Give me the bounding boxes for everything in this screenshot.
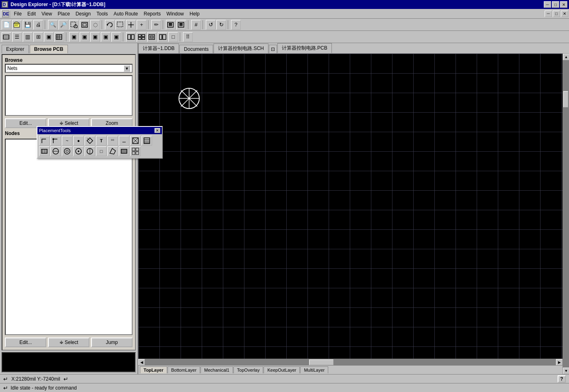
app-menu-icon[interactable]: DE bbox=[1, 10, 11, 18]
pt-btn-cross[interactable] bbox=[130, 136, 141, 146]
pt-btn-via[interactable] bbox=[85, 136, 95, 146]
layer-tab-overlay[interactable]: TopOverlay bbox=[233, 366, 264, 373]
layer-tab-mech[interactable]: Mechanical1 bbox=[201, 366, 233, 373]
menu-tools[interactable]: Tools bbox=[94, 10, 110, 17]
menubar-max-btn[interactable]: □ bbox=[553, 11, 560, 17]
tb-save[interactable]: 💾 bbox=[23, 20, 33, 30]
tab-explorer[interactable]: Explorer bbox=[2, 45, 29, 53]
pt-btn-poly[interactable] bbox=[107, 146, 118, 156]
doc-tab-pcb[interactable]: 计算器控制电路.PCB bbox=[277, 43, 332, 53]
pt-btn-circle3[interactable] bbox=[73, 146, 84, 156]
nets-dropdown[interactable]: Nets ▼ bbox=[5, 64, 133, 73]
layer-tab-top[interactable]: TopLayer bbox=[140, 366, 167, 373]
menu-place[interactable]: Place bbox=[55, 10, 72, 17]
v-scroll-thumb[interactable] bbox=[563, 91, 568, 107]
pt-close-btn[interactable]: ✕ bbox=[155, 128, 160, 133]
title-close-btn[interactable]: ✕ bbox=[560, 1, 567, 8]
menu-design[interactable]: Design bbox=[73, 10, 93, 17]
title-min-btn[interactable]: ─ bbox=[544, 1, 551, 8]
tb2-2[interactable]: ☰ bbox=[12, 32, 22, 42]
nodes-jump-btn[interactable]: Jump bbox=[91, 338, 133, 347]
tb2-9[interactable]: ▣ bbox=[90, 32, 100, 42]
menu-autoroute[interactable]: Auto Route bbox=[111, 10, 140, 17]
tb2-4[interactable]: ⊞ bbox=[33, 32, 43, 42]
tb-zoom-out[interactable]: 🔎 bbox=[59, 20, 68, 30]
pt-btn-line2[interactable]: ⚊ bbox=[119, 136, 129, 146]
tb-new[interactable]: 📄 bbox=[2, 20, 11, 30]
pt-btn-arc1[interactable] bbox=[39, 136, 50, 146]
tb-open[interactable] bbox=[12, 20, 22, 30]
layer-tab-multi[interactable]: MultiLayer bbox=[300, 366, 328, 373]
tb2-12[interactable] bbox=[126, 32, 136, 42]
tb2-15[interactable] bbox=[158, 32, 168, 42]
pt-btn-line[interactable]: ~ bbox=[62, 136, 72, 146]
tb-board2[interactable] bbox=[177, 20, 186, 30]
tb-redo[interactable]: ↻ bbox=[216, 20, 226, 30]
tb2-1[interactable] bbox=[2, 32, 11, 42]
dropdown-arrow[interactable]: ▼ bbox=[124, 65, 130, 72]
tb-board1[interactable] bbox=[166, 20, 176, 30]
tb2-3[interactable]: ▥ bbox=[23, 32, 33, 42]
tb-undo[interactable] bbox=[105, 20, 115, 30]
pt-btn-comp[interactable] bbox=[39, 146, 50, 156]
nodes-select-btn[interactable]: ≑ Select bbox=[48, 338, 89, 347]
h-scroll-right[interactable]: ▶ bbox=[556, 359, 562, 366]
tb2-16[interactable]: □ bbox=[168, 32, 178, 42]
v-scroll-track[interactable] bbox=[563, 60, 569, 368]
pt-btn-rect[interactable]: □ bbox=[96, 146, 107, 156]
menu-help[interactable]: Help bbox=[187, 10, 202, 17]
v-scroll-up[interactable]: ▲ bbox=[563, 54, 569, 60]
tb2-6[interactable] bbox=[55, 32, 64, 42]
pt-btn-pad[interactable]: ● bbox=[73, 136, 84, 146]
nets-list[interactable] bbox=[5, 75, 133, 116]
doc-tab-documents[interactable]: Documents bbox=[179, 45, 213, 53]
tb-zoom-in[interactable]: 🔍 bbox=[48, 20, 58, 30]
h-scroll-left[interactable]: ◀ bbox=[138, 359, 145, 366]
tb-plus[interactable]: + bbox=[137, 20, 146, 30]
tb-zoom-fit[interactable] bbox=[80, 20, 89, 30]
nodes-edit-btn[interactable]: Edit... bbox=[5, 338, 46, 347]
menu-reports[interactable]: Reports bbox=[141, 10, 163, 17]
pt-btn-array[interactable] bbox=[130, 146, 141, 156]
tb2-7[interactable]: ▣ bbox=[69, 32, 79, 42]
doc-tab-ddb[interactable]: 计算器~1.DDB bbox=[138, 44, 179, 53]
pt-btn-circle4[interactable] bbox=[85, 146, 95, 156]
layer-tab-keepout[interactable]: KeepOutLayer bbox=[264, 366, 300, 373]
pt-btn-arc2[interactable] bbox=[50, 136, 61, 146]
nodes-list[interactable] bbox=[5, 139, 133, 335]
tb2-17[interactable]: ⠿ bbox=[183, 32, 193, 42]
menubar-min-btn[interactable]: ─ bbox=[545, 11, 552, 17]
tb2-5[interactable]: ▣ bbox=[44, 32, 54, 42]
tb-zoom-area[interactable] bbox=[69, 20, 79, 30]
pt-btn-circle1[interactable] bbox=[50, 146, 61, 156]
tb-cross[interactable] bbox=[126, 20, 136, 30]
tb-pencil[interactable]: ✏ bbox=[151, 20, 161, 30]
pt-btn-fill[interactable] bbox=[119, 146, 129, 156]
pt-btn-hatch[interactable] bbox=[142, 136, 152, 146]
h-scroll-thumb[interactable] bbox=[309, 359, 334, 365]
v-scroll-down[interactable]: ▼ bbox=[563, 368, 569, 374]
tb-grid[interactable]: # bbox=[191, 20, 201, 30]
doc-tab-sch[interactable]: 计算器控制电路.SCH bbox=[214, 44, 268, 53]
title-max-btn[interactable]: □ bbox=[552, 1, 559, 8]
menubar-close-btn[interactable]: ✕ bbox=[561, 11, 568, 17]
tb-undo2[interactable]: ↺ bbox=[206, 20, 216, 30]
tb2-10[interactable]: ▣ bbox=[101, 32, 111, 42]
help-button[interactable]: ? bbox=[558, 375, 566, 383]
menu-view[interactable]: View bbox=[39, 10, 55, 17]
tb-select-mode[interactable] bbox=[116, 20, 125, 30]
tab-browse-pcb[interactable]: Browse PCB bbox=[30, 45, 68, 53]
tb2-11[interactable]: ▣ bbox=[111, 32, 121, 42]
pt-btn-circle2[interactable] bbox=[62, 146, 72, 156]
menu-edit[interactable]: Edit bbox=[25, 10, 38, 17]
tb-zoom-redraw[interactable]: ◌ bbox=[90, 20, 100, 30]
tb2-13[interactable] bbox=[137, 32, 146, 42]
pt-btn-coord[interactable]: ⁰⁰ bbox=[107, 136, 118, 146]
tb2-14[interactable] bbox=[147, 32, 157, 42]
pt-btn-text[interactable]: T bbox=[96, 136, 107, 146]
tb-print[interactable]: 🖨 bbox=[33, 20, 43, 30]
tb2-8[interactable]: ▣ bbox=[80, 32, 89, 42]
h-scroll-track[interactable] bbox=[145, 359, 556, 366]
layer-tab-bottom[interactable]: BottomLayer bbox=[168, 366, 200, 373]
menu-file[interactable]: File bbox=[11, 10, 24, 17]
